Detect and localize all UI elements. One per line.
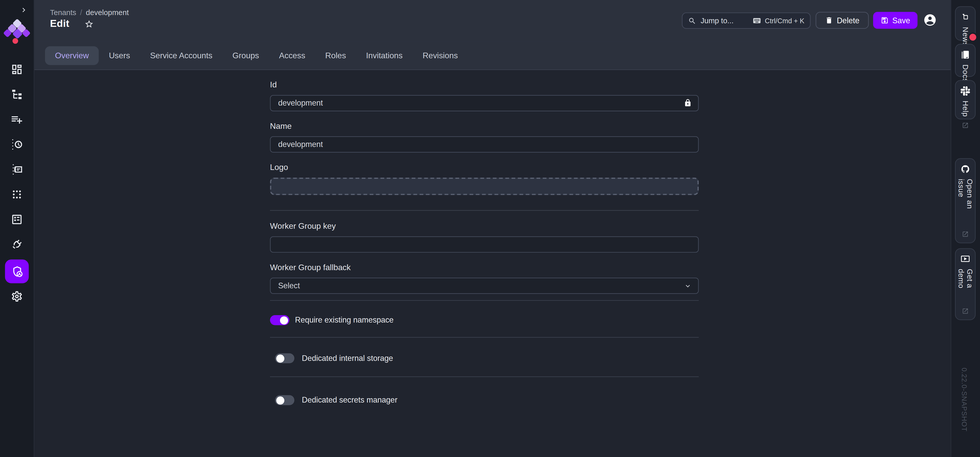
right-sidebar: News Docs Help [951, 0, 980, 457]
open-an-issue-button[interactable]: Open an issue [955, 158, 976, 243]
kestra-logo[interactable] [4, 18, 29, 45]
require-existing-namespace-toggle[interactable] [270, 315, 290, 325]
tab-roles[interactable]: Roles [315, 46, 356, 65]
lock-icon [684, 99, 692, 107]
news-flag-icon [961, 13, 970, 22]
jump-to-label: Jump to... [700, 16, 752, 25]
sidebar-expand-button[interactable] [19, 6, 28, 14]
toggle-label: Dedicated internal storage [302, 354, 393, 363]
section-divider [270, 300, 699, 301]
docs-button-label: Docs [961, 64, 969, 82]
news-button[interactable]: News [955, 6, 976, 41]
chevron-down-icon [684, 282, 692, 290]
dashboard-grid-icon [11, 63, 23, 76]
docs-button[interactable]: Docs [955, 44, 976, 77]
tab-revisions[interactable]: Revisions [413, 46, 468, 65]
executions-list-plus-icon [11, 113, 23, 126]
section-divider [270, 337, 699, 338]
breadcrumb-parent[interactable]: Tenants [50, 8, 76, 17]
name-field-label: Name [270, 121, 699, 131]
tenant-edit-form: Id Name Logo Worker Group key Worker Gro… [270, 70, 699, 406]
help-button[interactable]: Help [955, 80, 976, 119]
main-area: Tenants / development Edit Jump to... [34, 0, 951, 457]
breadcrumb: Tenants / development [50, 8, 129, 17]
tab-access[interactable]: Access [269, 46, 315, 65]
settings-gear-icon [11, 290, 23, 303]
open-an-issue-button-label: Open an issue [956, 179, 974, 226]
sidebar-item-logs[interactable] [11, 163, 23, 176]
demo-screen-play-icon [961, 255, 970, 264]
dedicated-internal-storage-toggle[interactable] [275, 353, 294, 363]
toggle-knob [276, 354, 284, 362]
save-icon [880, 16, 889, 24]
flows-tree-icon [11, 88, 23, 101]
delete-button[interactable]: Delete [816, 12, 869, 29]
name-field[interactable] [270, 136, 699, 153]
dedicated-secrets-manager-toggle[interactable] [275, 395, 294, 405]
tab-groups[interactable]: Groups [223, 46, 269, 65]
worker-group-fallback-select[interactable]: Select [270, 277, 699, 294]
sidebar-item-settings[interactable] [11, 290, 23, 303]
account-circle-icon [923, 13, 937, 27]
toggle-label: Dedicated secrets manager [302, 396, 398, 404]
history-clock-icon [11, 138, 23, 151]
keyboard-icon [752, 16, 761, 25]
sidebar-item-history[interactable] [11, 138, 23, 151]
external-link-icon [962, 122, 969, 129]
external-link-icon [962, 308, 969, 315]
trash-icon [825, 16, 833, 24]
breadcrumb-separator: / [80, 8, 82, 17]
chevron-right-icon [19, 6, 28, 14]
sidebar-item-blueprints[interactable] [11, 213, 23, 226]
worker-group-fallback-label: Worker Group fallback [270, 263, 699, 272]
github-icon [961, 164, 970, 174]
worker-group-key-label: Worker Group key [270, 221, 699, 231]
user-avatar[interactable] [923, 13, 937, 27]
page-title: Edit [50, 18, 70, 29]
jump-to-search[interactable]: Jump to... Ctrl/Cmd + K [682, 13, 811, 29]
namespaces-dots-icon [11, 188, 23, 201]
worker-group-key-field[interactable] [270, 236, 699, 253]
app-root: Tenants / development Edit Jump to... [0, 0, 980, 457]
docs-book-icon [961, 50, 970, 60]
sidebar-item-plugins[interactable] [11, 238, 23, 251]
logo-upload-dropzone[interactable] [270, 178, 699, 195]
toggle-knob [276, 396, 284, 404]
toggle-knob [280, 316, 288, 324]
star-outline-icon [84, 19, 94, 29]
sidebar-item-administration[interactable] [5, 260, 29, 283]
tab-users[interactable]: Users [99, 46, 140, 65]
section-divider [270, 210, 699, 210]
notification-dot [968, 32, 977, 42]
favorite-star-button[interactable] [84, 19, 94, 29]
sidebar-item-flows[interactable] [11, 88, 23, 101]
logs-timeline-text-icon [11, 163, 23, 176]
tabs-bar: Overview Users Service Accounts Groups A… [34, 41, 951, 70]
get-a-demo-button[interactable]: Get a demo [955, 248, 976, 320]
toggle-row-require-existing-namespace: Require existing namespace [270, 315, 699, 326]
sidebar-item-namespaces[interactable] [11, 188, 23, 201]
tab-overview[interactable]: Overview [45, 46, 99, 65]
top-bar: Tenants / development Edit Jump to... [34, 0, 951, 42]
external-link-icon [962, 231, 969, 238]
slack-icon [961, 86, 970, 96]
save-button[interactable]: Save [873, 12, 918, 29]
select-value: Select [278, 282, 300, 290]
section-divider [270, 376, 699, 377]
left-sidebar [0, 0, 35, 457]
id-field[interactable] [270, 95, 699, 111]
blueprints-list-box-icon [11, 213, 23, 226]
sidebar-item-dashboard[interactable] [11, 63, 23, 76]
toggle-label: Require existing namespace [295, 316, 394, 324]
content-area: Id Name Logo Worker Group key Worker Gro… [34, 70, 951, 457]
shortcut-hint: Ctrl/Cmd + K [765, 17, 805, 24]
toggle-row-dedicated-internal-storage: Dedicated internal storage [270, 353, 699, 364]
tab-service-accounts[interactable]: Service Accounts [140, 46, 222, 65]
tab-invitations[interactable]: Invitations [356, 46, 413, 65]
toggle-row-dedicated-secrets-manager: Dedicated secrets manager [270, 395, 699, 406]
id-field-label: Id [270, 80, 699, 90]
save-button-label: Save [892, 16, 910, 24]
plugins-plug-icon [11, 238, 23, 251]
app-version: 0.22.0-SNAPSHOT [961, 368, 968, 457]
sidebar-item-executions[interactable] [11, 113, 23, 126]
